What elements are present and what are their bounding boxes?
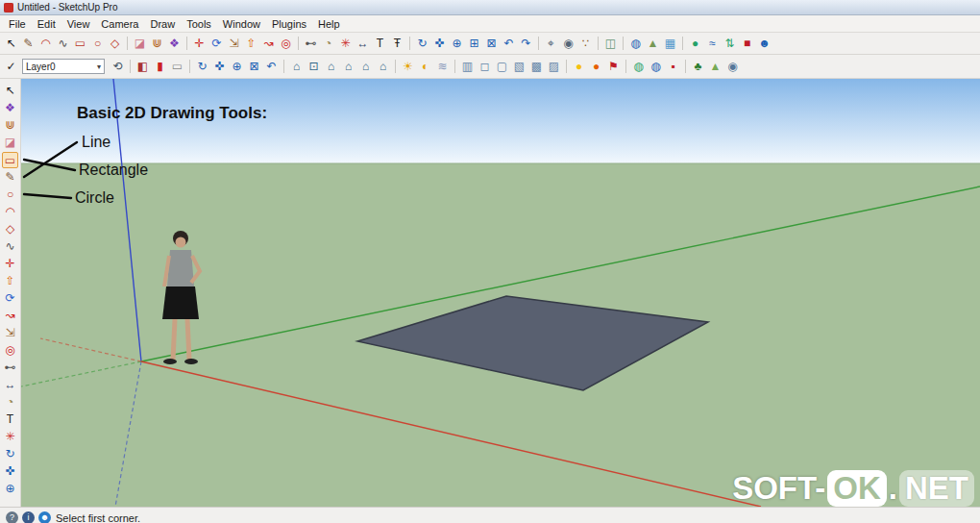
line-icon[interactable]: ✎ [2, 169, 18, 186]
add-location-icon[interactable]: ◍ [627, 36, 644, 52]
back-view-icon[interactable]: ⌂ [357, 59, 374, 75]
rotate-icon[interactable]: ⟳ [208, 36, 225, 52]
zoom-icon[interactable]: ⊕ [449, 36, 465, 52]
eye-icon[interactable]: ◉ [724, 59, 741, 75]
orbit-icon[interactable]: ↻ [2, 446, 18, 462]
monochrome-icon[interactable]: ▨ [546, 59, 562, 75]
orbit-icon[interactable]: ↻ [414, 36, 430, 52]
menu-item-tools[interactable]: Tools [181, 17, 217, 31]
dimension-icon[interactable]: ↔ [355, 36, 371, 52]
menu-item-view[interactable]: View [61, 17, 96, 31]
eraser-icon[interactable]: ◪ [2, 135, 18, 151]
circle-icon[interactable]: ○ [89, 36, 106, 52]
red-box-icon[interactable]: ▪ [665, 59, 681, 75]
scale-icon[interactable]: ⇲ [2, 325, 18, 341]
pan-icon[interactable]: ✜ [2, 463, 18, 480]
green-sphere-icon[interactable]: ● [687, 36, 703, 52]
previous-view-alt-icon[interactable]: ↶ [263, 59, 280, 75]
white-board-icon[interactable]: ▭ [169, 59, 185, 75]
orange-sphere-icon[interactable]: ● [588, 59, 604, 75]
green-arrows-icon[interactable]: ⇅ [722, 36, 738, 52]
rotate-icon[interactable]: ⟳ [2, 290, 18, 307]
section-plane-icon[interactable]: ◫ [602, 36, 619, 52]
next-view-icon[interactable]: ↷ [518, 36, 534, 52]
red-square-icon[interactable]: ■ [739, 36, 755, 52]
menu-item-plugins[interactable]: Plugins [266, 17, 312, 31]
follow-me-icon[interactable]: ↝ [2, 308, 18, 324]
xray-icon[interactable]: ▥ [459, 59, 476, 75]
layers-manager-icon[interactable]: ⟲ [110, 59, 126, 75]
dimension-icon[interactable]: ↔ [2, 377, 18, 393]
menu-item-file[interactable]: File [3, 17, 32, 31]
menu-item-draw[interactable]: Draw [144, 17, 181, 31]
protractor-icon[interactable]: ◔ [2, 394, 18, 411]
scale-icon[interactable]: ⇲ [226, 36, 242, 52]
menu-item-window[interactable]: Window [217, 17, 266, 31]
text-icon[interactable]: T [2, 411, 18, 428]
orbit-alt-icon[interactable]: ↻ [194, 59, 210, 75]
move-icon[interactable]: ✛ [191, 36, 208, 52]
menu-item-camera[interactable]: Camera [95, 17, 144, 31]
zoom-extents-icon[interactable]: ⊠ [483, 36, 500, 52]
blue-globe-icon[interactable]: ◍ [648, 59, 664, 75]
select-icon[interactable]: ↖ [3, 36, 19, 52]
layer-select[interactable]: Layer0 ▾ [22, 59, 105, 74]
make-component-icon[interactable]: ❖ [2, 100, 18, 116]
front-view-icon[interactable]: ⌂ [323, 59, 339, 75]
axes-icon[interactable]: ✳ [2, 429, 18, 445]
shaded-icon[interactable]: ▧ [511, 59, 527, 75]
toggle-terrain-icon[interactable]: ▲ [645, 36, 661, 52]
offset-icon[interactable]: ◎ [278, 36, 294, 52]
arc-icon[interactable]: ◠ [2, 204, 18, 220]
pan-alt-icon[interactable]: ✜ [211, 59, 228, 75]
select-icon[interactable]: ↖ [2, 83, 18, 99]
iso-view-icon[interactable]: ⌂ [288, 59, 305, 75]
text-icon[interactable]: T [372, 36, 388, 52]
protractor-icon[interactable]: ◔ [320, 36, 336, 52]
zoom-alt-icon[interactable]: ⊕ [229, 59, 245, 75]
zoom-icon[interactable]: ⊕ [2, 481, 18, 497]
move-icon[interactable]: ✛ [2, 256, 18, 272]
yellow-sphere-icon[interactable]: ● [571, 59, 587, 75]
tape-measure-icon[interactable]: ⊷ [303, 36, 319, 52]
polygon-icon[interactable]: ◇ [2, 221, 18, 237]
make-component-icon[interactable]: ❖ [166, 36, 183, 52]
rectangle-icon[interactable]: ▭ [2, 152, 18, 168]
shaded-textures-icon[interactable]: ▩ [528, 59, 545, 75]
blue-person-icon[interactable]: ☻ [756, 36, 772, 52]
menu-item-edit[interactable]: Edit [32, 17, 61, 31]
polygon-icon[interactable]: ◇ [107, 36, 123, 52]
tree-icon[interactable]: ♣ [690, 59, 706, 75]
menu-item-help[interactable]: Help [312, 17, 346, 31]
zoom-extents-alt-icon[interactable]: ⊠ [246, 59, 262, 75]
rectangle-icon[interactable]: ▭ [72, 36, 88, 52]
hidden-line-icon[interactable]: ▢ [494, 59, 510, 75]
red-pin-icon[interactable]: ▮ [152, 59, 168, 75]
arc-icon[interactable]: ◠ [37, 36, 54, 52]
axes-icon[interactable]: ✳ [337, 36, 354, 52]
layer-visible-check-icon[interactable]: ✓ [3, 59, 19, 75]
viewport[interactable]: Basic 2D Drawing Tools: Line Rectangle C… [21, 79, 980, 507]
walk-icon[interactable]: ∵ [577, 36, 594, 52]
open-door-icon[interactable]: ◧ [135, 59, 151, 75]
previous-view-icon[interactable]: ↶ [501, 36, 517, 52]
paint-bucket-icon[interactable]: ⋓ [2, 117, 18, 134]
line-icon[interactable]: ✎ [20, 36, 37, 52]
eraser-icon[interactable]: ◪ [132, 36, 148, 52]
flag-icon[interactable]: ⚑ [605, 59, 622, 75]
zoom-window-icon[interactable]: ⊞ [466, 36, 482, 52]
3d-text-icon[interactable]: Ŧ [389, 36, 405, 52]
shadows-icon[interactable]: ☀ [400, 59, 416, 75]
offset-icon[interactable]: ◎ [2, 342, 18, 359]
tape-measure-icon[interactable]: ⊷ [2, 360, 18, 376]
green-globe-icon[interactable]: ◍ [630, 59, 647, 75]
left-view-icon[interactable]: ⌂ [375, 59, 391, 75]
blue-wave-icon[interactable]: ≈ [704, 36, 721, 52]
sandbox-icon[interactable]: ▲ [707, 59, 723, 75]
top-view-icon[interactable]: ⊡ [306, 59, 322, 75]
help-icon[interactable]: ? [6, 511, 18, 523]
paint-bucket-icon[interactable]: ⋓ [149, 36, 165, 52]
push-pull-icon[interactable]: ⇧ [2, 273, 18, 289]
info-icon[interactable]: i [22, 511, 35, 523]
wireframe-icon[interactable]: ◻ [477, 59, 493, 75]
